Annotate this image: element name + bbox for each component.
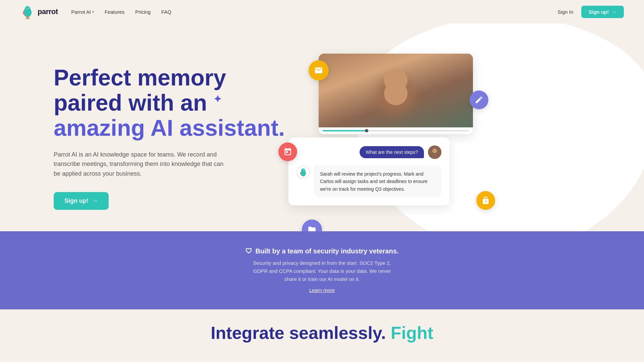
video-card [319,54,473,134]
video-progress-dot [365,129,368,132]
nav-features[interactable]: Features [105,9,124,15]
chat-question-row: What are the next steps? [297,145,441,159]
security-title: 🛡 Built by a team of security industry v… [20,247,624,255]
parrot-logo-icon [20,4,35,19]
bottom-teaser-section: Integrate seamlessly. Fight [0,309,644,350]
envelope-icon-float [309,60,329,80]
svg-point-11 [304,170,305,170]
lock-icon-float [476,191,495,210]
logo[interactable]: parrot [20,4,58,19]
nav-right: Sign In Sign up! → [557,6,624,18]
sparkle-icon: ✦ [213,94,222,105]
edit-icon-float [470,90,488,109]
chat-card: What are the next steps? [288,137,449,205]
security-banner: 🛡 Built by a team of security industry v… [0,231,644,309]
nav-links: Parrot AI ▾ Features Pricing FAQ [71,9,558,15]
nav-pricing[interactable]: Pricing [135,9,151,15]
nav-faq[interactable]: FAQ [161,9,171,15]
hero-illustration: What are the next steps? [288,44,624,231]
svg-point-2 [25,6,30,11]
logo-text: parrot [38,7,58,16]
hero-section: Perfect memory paired with an ✦ amazing … [0,23,644,231]
learn-more-link[interactable]: Learn more [309,287,335,293]
security-description: Security and privacy designed in from th… [250,259,394,283]
chevron-down-icon: ▾ [92,10,94,14]
user-avatar [428,145,441,159]
svg-point-6 [432,148,437,153]
folder-icon-float [302,220,322,231]
hero-signup-button[interactable]: Sign up! → [54,192,109,210]
signin-button[interactable]: Sign In [557,9,573,15]
chat-bubble-user: What are the next steps? [360,146,424,158]
svg-point-4 [28,8,29,8]
chat-answer-row: Sarah will review the project's progress… [297,166,441,197]
video-progress-fill [323,130,367,131]
chat-bubble-ai: Sarah will review the project's progress… [314,166,441,197]
parrot-avatar [297,166,310,179]
person-image [319,54,473,127]
nav-parrot-ai[interactable]: Parrot AI ▾ [71,9,94,15]
svg-point-9 [301,168,305,172]
hero-title: Perfect memory paired with an ✦ amazing … [54,65,288,140]
shield-icon: 🛡 [246,247,252,255]
video-controls[interactable] [319,127,473,134]
hero-content: Perfect memory paired with an ✦ amazing … [54,65,288,210]
bottom-teaser-text: Integrate seamlessly. Fight [20,323,624,343]
signup-button-nav[interactable]: Sign up! → [581,6,624,18]
hero-subtitle: Parrot AI is an AI knowledge space for t… [54,150,228,179]
calendar-icon-float [278,142,297,161]
navbar: parrot Parrot AI ▾ Features Pricing FAQ … [0,0,644,23]
video-progress-bar[interactable] [323,130,469,131]
video-thumbnail [319,54,473,127]
